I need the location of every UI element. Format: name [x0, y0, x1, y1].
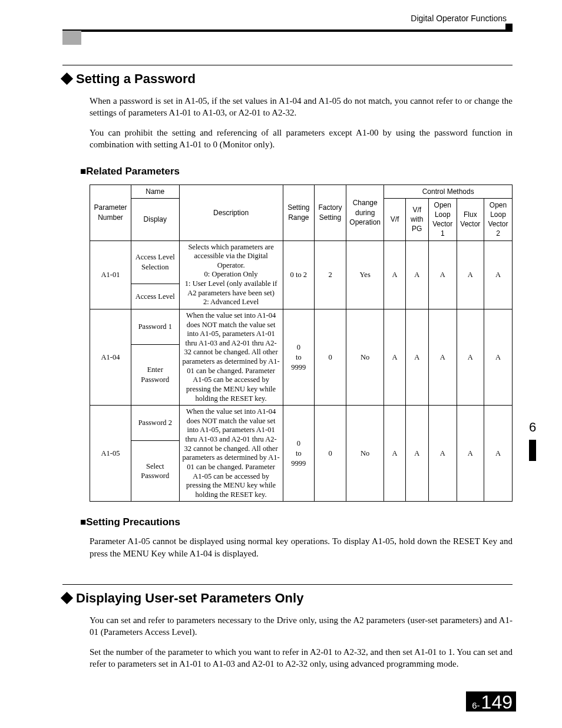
- th-olv1: Open Loop Vector 1: [428, 198, 457, 241]
- cell-change: Yes: [346, 241, 384, 309]
- th-name: Name: [131, 185, 179, 198]
- paragraph: You can prohibit the setting and referen…: [90, 127, 513, 151]
- cell-param-no: A1-01: [90, 241, 131, 309]
- cell-display: Select Password: [131, 441, 179, 502]
- section-rule: [62, 65, 513, 65]
- th-flux: Flux Vector: [457, 198, 484, 241]
- th-param-no: Parameter Number: [90, 185, 131, 241]
- cell-cm: A: [428, 241, 457, 309]
- cell-cm: A: [384, 241, 405, 309]
- diamond-icon: [61, 73, 73, 85]
- cell-param-no: A1-04: [90, 309, 131, 405]
- th-vfpg: V/f with PG: [405, 198, 428, 241]
- cell-display: Enter Password: [131, 345, 179, 406]
- paragraph: Set the number of the parameter to which…: [90, 646, 513, 670]
- cell-cm: A: [405, 309, 428, 405]
- page: Digital Operator Functions Setting a Pas…: [0, 0, 562, 728]
- header-grey-tab: [62, 31, 81, 45]
- section-title-user-params: Displaying User-set Parameters Only: [62, 589, 513, 607]
- cell-name: Access Level Selection: [131, 241, 179, 284]
- paragraph: You can set and refer to parameters nece…: [90, 614, 513, 638]
- cell-factory: 0: [315, 406, 346, 502]
- cell-cm: A: [384, 309, 405, 405]
- cell-cm: A: [428, 309, 457, 405]
- cell-range: 0 to 9999: [283, 406, 314, 502]
- chapter-number: 6: [524, 419, 541, 436]
- cell-cm: A: [457, 406, 484, 502]
- th-description: Description: [179, 185, 283, 241]
- cell-change: No: [346, 406, 384, 502]
- section-title-text: Setting a Password: [76, 70, 196, 88]
- cell-cm: A: [405, 241, 428, 309]
- th-factory-setting: Factory Setting: [315, 185, 346, 241]
- parameters-table: Parameter Number Name Description Settin…: [90, 185, 513, 502]
- cell-cm: A: [428, 406, 457, 502]
- running-header: Digital Operator Functions: [411, 13, 507, 24]
- cell-change: No: [346, 309, 384, 405]
- th-setting-range: Setting Range: [283, 185, 314, 241]
- cell-factory: 2: [315, 241, 346, 309]
- table-row: A1-01Access Level SelectionSelects which…: [90, 241, 513, 284]
- th-control-methods: Control Methods: [384, 185, 513, 198]
- table-body: A1-01Access Level SelectionSelects which…: [90, 241, 513, 502]
- cell-cm: A: [484, 406, 513, 502]
- table-head: Parameter Number Name Description Settin…: [90, 185, 513, 241]
- cell-factory: 0: [315, 309, 346, 405]
- th-vf: V/f: [384, 198, 405, 241]
- cell-description: When the value set into A1-04 does NOT m…: [179, 309, 283, 405]
- paragraph: Parameter A1-05 cannot be displayed usin…: [90, 535, 513, 559]
- cell-name: Password 2: [131, 406, 179, 441]
- table-row: A1-04Password 1When the value set into A…: [90, 309, 513, 344]
- cell-cm: A: [484, 309, 513, 405]
- cell-range: 0 to 2: [283, 241, 314, 309]
- th-display: Display: [131, 198, 179, 241]
- paragraph: When a password is set in A1-05, if the …: [90, 95, 513, 119]
- cell-cm: A: [457, 309, 484, 405]
- cell-cm: A: [457, 241, 484, 309]
- cell-cm: A: [384, 406, 405, 502]
- diamond-icon: [61, 592, 73, 604]
- section-rule: [62, 584, 513, 585]
- subsection-related-parameters: ■Related Parameters: [80, 165, 513, 179]
- th-olv2: Open Loop Vector 2: [484, 198, 513, 241]
- cell-range: 0 to 9999: [283, 309, 314, 405]
- cell-cm: A: [484, 241, 513, 309]
- cell-cm: A: [405, 406, 428, 502]
- cell-name: Password 1: [131, 309, 179, 344]
- page-footer: 6- 149: [466, 691, 516, 711]
- cell-display: Access Level: [131, 284, 179, 309]
- cell-description: Selects which parameters are accessible …: [179, 241, 283, 309]
- section-title-password: Setting a Password: [62, 70, 513, 88]
- footer-prefix: 6-: [472, 700, 480, 711]
- chapter-side-tab: 6: [524, 419, 541, 461]
- chapter-side-bar: [529, 440, 536, 461]
- footer-page-number: 149: [481, 693, 513, 711]
- cell-param-no: A1-05: [90, 406, 131, 502]
- header-rule: [62, 29, 513, 32]
- section-title-text: Displaying User-set Parameters Only: [76, 589, 303, 607]
- content-area: Setting a Password When a password is se…: [62, 65, 513, 678]
- subsection-setting-precautions: ■Setting Precautions: [80, 516, 513, 529]
- cell-description: When the value set into A1-04 does NOT m…: [179, 406, 283, 502]
- th-change: Change during Operation: [346, 185, 384, 241]
- table-row: A1-05Password 2When the value set into A…: [90, 406, 513, 441]
